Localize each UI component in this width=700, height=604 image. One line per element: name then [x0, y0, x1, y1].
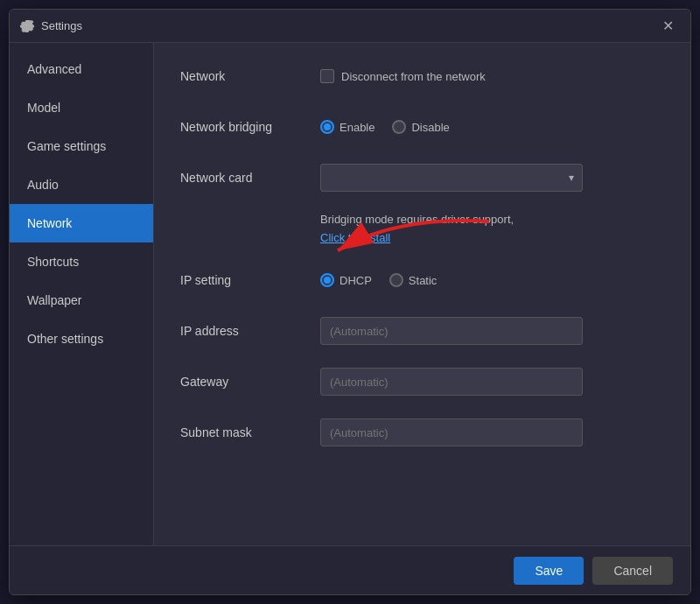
bridging-info-text: Bridging mode requires driver support, — [320, 213, 664, 226]
title-bar-left: Settings — [20, 19, 82, 33]
static-radio[interactable] — [389, 273, 403, 287]
network-card-label: Network card — [180, 171, 320, 185]
bridging-enable-label: Enable — [340, 121, 374, 134]
bridging-info-block: Bridging mode requires driver support, C… — [320, 213, 664, 245]
bridging-enable-option[interactable]: Enable — [320, 120, 374, 134]
bridging-disable-radio[interactable] — [392, 120, 406, 134]
ip-address-controls — [320, 317, 664, 345]
network-row: Network Disconnect from the network — [180, 60, 664, 92]
network-card-controls: ▾ — [320, 164, 664, 192]
dhcp-option[interactable]: DHCP — [320, 273, 372, 287]
subnet-mask-label: Subnet mask — [180, 425, 320, 439]
sidebar-item-audio[interactable]: Audio — [10, 165, 153, 204]
ip-radio-group: DHCP Static — [320, 273, 437, 287]
dhcp-radio[interactable] — [320, 273, 334, 287]
bridging-disable-option[interactable]: Disable — [392, 120, 449, 134]
disconnect-checkbox-container[interactable]: Disconnect from the network — [320, 69, 486, 83]
title-bar: Settings ✕ — [10, 10, 690, 43]
ip-setting-label: IP setting — [180, 273, 320, 287]
dhcp-label: DHCP — [340, 274, 372, 287]
static-label: Static — [409, 274, 438, 287]
click-to-install-link[interactable]: Click to Install — [320, 231, 390, 244]
subnet-mask-row: Subnet mask — [180, 417, 664, 448]
sidebar-item-game-settings[interactable]: Game settings — [10, 127, 153, 165]
static-option[interactable]: Static — [389, 273, 438, 287]
footer: Save Cancel — [10, 545, 690, 594]
network-card-row: Network card ▾ — [180, 162, 664, 193]
gateway-row: Gateway — [180, 366, 664, 397]
settings-icon — [20, 19, 34, 33]
bridging-info-row: Bridging mode requires driver support, C… — [180, 213, 664, 245]
settings-dialog: Settings ✕ Advanced Model Game settings … — [9, 9, 691, 595]
subnet-mask-controls — [320, 418, 664, 446]
ip-address-label: IP address — [180, 324, 320, 338]
network-label: Network — [180, 69, 320, 83]
save-button[interactable]: Save — [514, 557, 584, 585]
network-bridging-row: Network bridging Enable Disable — [180, 111, 664, 143]
network-card-select[interactable] — [320, 164, 583, 192]
subnet-mask-input[interactable] — [320, 418, 583, 446]
close-button[interactable]: ✕ — [655, 14, 680, 39]
network-bridging-label: Network bridging — [180, 120, 320, 134]
ip-setting-controls: DHCP Static — [320, 273, 664, 287]
main-content: Network Disconnect from the network Netw… — [154, 43, 690, 545]
sidebar-item-network[interactable]: Network — [10, 204, 153, 242]
sidebar-item-shortcuts[interactable]: Shortcuts — [10, 242, 153, 281]
ip-address-row: IP address — [180, 315, 664, 347]
bridging-radio-group: Enable Disable — [320, 120, 450, 134]
sidebar: Advanced Model Game settings Audio Netwo… — [10, 43, 154, 545]
sidebar-item-other-settings[interactable]: Other settings — [10, 320, 153, 358]
gateway-label: Gateway — [180, 375, 320, 389]
bridging-disable-label: Disable — [411, 121, 449, 134]
sidebar-item-wallpaper[interactable]: Wallpaper — [10, 281, 153, 320]
content-area: Advanced Model Game settings Audio Netwo… — [10, 43, 690, 545]
sidebar-item-advanced[interactable]: Advanced — [10, 50, 153, 88]
bridging-enable-radio[interactable] — [320, 120, 334, 134]
disconnect-label: Disconnect from the network — [341, 70, 486, 83]
sidebar-item-model[interactable]: Model — [10, 88, 153, 127]
gateway-input[interactable] — [320, 368, 583, 396]
network-controls: Disconnect from the network — [320, 69, 664, 83]
gateway-controls — [320, 368, 664, 396]
bridging-controls: Enable Disable — [320, 120, 664, 134]
network-card-select-container: ▾ — [320, 164, 583, 192]
disconnect-checkbox[interactable] — [320, 69, 334, 83]
ip-setting-row: IP setting DHCP Static — [180, 264, 664, 296]
ip-address-input[interactable] — [320, 317, 583, 345]
cancel-button[interactable]: Cancel — [592, 557, 673, 585]
title-text: Settings — [41, 19, 82, 32]
